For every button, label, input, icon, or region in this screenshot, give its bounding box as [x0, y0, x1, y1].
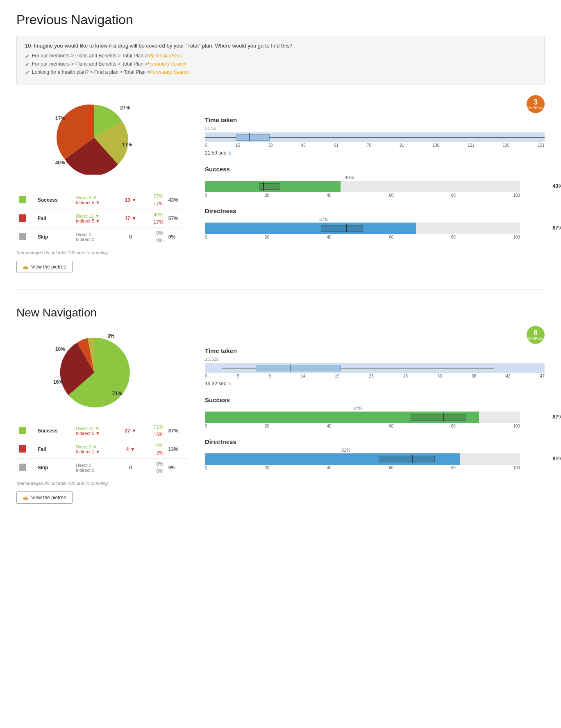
new-box	[256, 365, 341, 371]
section-divider	[16, 289, 545, 290]
new-success-median	[443, 413, 444, 421]
new-directness-bar-wrapper: 81% ℹ 020406080100	[205, 453, 545, 470]
new-time-value: 15.32s	[205, 357, 545, 362]
new-success-bar-fill	[205, 412, 479, 423]
prev-fail-overall: 57%	[166, 209, 189, 228]
prev-fail-label: Fail	[35, 209, 73, 228]
prev-directness-bar-wrapper: 67% ℹ 020406080100	[205, 223, 545, 239]
new-pietree-icon: 🥧	[23, 495, 29, 500]
new-stats-table: Success Direct 22 ▼ Indirect 5 ▼ 27 ▼ 71…	[16, 422, 189, 477]
prev-directness-bar-track	[205, 223, 520, 234]
new-directness-chart: Directness 81% 81% ℹ 020406080100	[205, 438, 545, 470]
new-skip-direct: Direct 0	[76, 463, 116, 468]
new-skip-row: Skip Direct 0 Indirect 0 0 0% 0% 0%	[16, 459, 189, 477]
prev-skip-color	[19, 233, 26, 240]
prev-section: 27% 17% 40% 17% Success Direct 8 ▼ Indir…	[16, 97, 545, 273]
prev-view-pietree-button[interactable]: 🥧 View the pietree	[16, 261, 73, 273]
new-success-row: Success Direct 22 ▼ Indirect 5 ▼ 27 ▼ 71…	[16, 422, 189, 440]
prev-success-overall: 43%	[166, 191, 189, 209]
prev-time-chart: Time taken 21.5s 01530456176911061211361…	[205, 116, 545, 156]
answer-highlight-3: Formulary Search	[150, 69, 189, 75]
prev-skip-pcts: 0% 0%	[143, 228, 166, 246]
prev-directness-chart: Directness 67% 67% ℹ 020406080100	[205, 207, 545, 239]
prev-success-bar-track	[205, 181, 520, 192]
new-directness-bar-track	[205, 453, 520, 465]
new-success-overall: 87%	[166, 422, 189, 440]
new-directness-title: Directness	[205, 438, 545, 445]
check-icon-3: ✔	[25, 70, 30, 76]
answer-item-3: ✔ Looking for a health plan? > Find a pl…	[25, 69, 536, 76]
page-title-new: New Navigation	[16, 306, 545, 319]
prev-pie-chart: 27% 17% 40% 17%	[53, 101, 152, 183]
answer-item-1: ✔ For our members > Plans and Benefits >…	[25, 53, 536, 59]
new-success-chart: Success 87% 87% ℹ 020406080100	[205, 396, 545, 428]
prev-success-row: Success Direct 8 ▼ Indirect 5 ▼ 13 ▼ 27%…	[16, 191, 189, 209]
pie-label-17b: 17%	[55, 116, 65, 121]
prev-left-panel: 27% 17% 40% 17% Success Direct 8 ▼ Indir…	[16, 97, 189, 273]
new-boxplot: 0591419232833384247	[205, 363, 545, 378]
answer-path-3: Looking for a health plan? > Find a plan…	[32, 69, 150, 75]
prev-fail-row: Fail Direct 12 ▼ Indirect 5 ▼ 17 ▼ 40% 1…	[16, 209, 189, 228]
new-fail-direct: Direct 3 ▼	[76, 444, 116, 449]
new-skip-pcts: 0% 0%	[143, 459, 166, 477]
new-time-chart: Time taken 15.32s 0591419232833384247 15…	[205, 347, 545, 387]
new-success-pct-label: 87%	[205, 406, 511, 411]
new-directness-pct-label: 81%	[205, 448, 487, 453]
new-pie-label-16: 16%	[53, 379, 63, 385]
prev-stats-table: Success Direct 8 ▼ Indirect 5 ▼ 13 ▼ 27%…	[16, 191, 189, 246]
new-rounding-note: *percentages do not total 100 due to rou…	[16, 481, 189, 486]
new-directness-axis: 020406080100	[205, 466, 520, 470]
prev-skip-row: Skip Direct 0 Indirect 0 0 0% 0% 0%	[16, 228, 189, 246]
new-fail-color	[19, 445, 26, 453]
prev-overall-badge: 3 OVERALL	[527, 95, 545, 113]
prev-directness-median	[346, 224, 347, 232]
prev-success-label: Success	[35, 191, 73, 209]
new-pie-label-3: 3%	[107, 333, 114, 339]
answer-item-2: ✔ For our members > Plans and Benefits >…	[25, 61, 536, 68]
new-fail-label: Fail	[35, 440, 73, 459]
prev-boxplot: 0153045617691106121136151	[205, 132, 545, 148]
prev-directness-axis: 020406080100	[205, 235, 520, 239]
new-fail-pcts: 10% 3%	[143, 440, 166, 459]
prev-skip-direct: Direct 0	[76, 232, 116, 237]
new-fail-row: Fail Direct 3 ▼ Indirect 1 ▼ 4 ▼ 10% 3% …	[16, 440, 189, 459]
new-directness-display: 81% ℹ	[552, 455, 561, 462]
new-whisker-left	[222, 368, 256, 369]
prev-directness-iqr	[321, 225, 363, 232]
prev-success-total: 13 ▼	[118, 191, 143, 209]
new-view-pietree-button[interactable]: 🥧 View the pietree	[16, 491, 73, 504]
new-overall-badge: 8 OVERALL	[527, 326, 545, 344]
new-success-total: 27 ▼	[118, 422, 143, 440]
prev-directness-title: Directness	[205, 207, 545, 214]
new-success-indirect: Indirect 5 ▼	[76, 431, 116, 436]
new-whisker-right	[341, 368, 494, 369]
prev-median	[249, 133, 250, 141]
prev-directness-display: 67% ℹ	[552, 225, 561, 231]
new-time-axis: 0591419232833384247	[205, 374, 545, 378]
prev-success-bar-fill	[205, 181, 341, 192]
new-success-pcts: 71% 16%	[143, 422, 166, 440]
prev-fail-direct: Direct 12 ▼	[76, 214, 116, 218]
new-success-color	[19, 427, 26, 434]
new-success-chart-title: Success	[205, 396, 545, 403]
prev-skip-total: 0	[118, 228, 143, 246]
new-fail-indirect: Indirect 1 ▼	[76, 449, 116, 454]
prev-success-indirect: Indirect 5 ▼	[76, 200, 116, 205]
prev-pie-svg	[53, 101, 135, 175]
prev-fail-total: 17 ▼	[118, 209, 143, 228]
new-right-panel: 8 OVERALL Time taken 15.32s 059141923283…	[205, 328, 545, 504]
prev-success-display: 43% ℹ	[552, 183, 561, 189]
new-success-display: 87% ℹ	[552, 414, 561, 420]
pie-label-40: 40%	[55, 160, 65, 166]
prev-time-axis: 0153045617691106121136151	[205, 143, 545, 148]
prev-whisker-left	[205, 137, 236, 138]
new-directness-bar-fill	[205, 453, 460, 465]
new-success-bar-track	[205, 412, 520, 423]
prev-success-pcts: 27% 17%	[143, 191, 166, 209]
new-success-axis: 020406080100	[205, 424, 520, 428]
prev-directness-pct-label: 67%	[205, 217, 443, 222]
pie-label-27: 27%	[120, 105, 130, 111]
prev-time-value: 21.5s	[205, 126, 545, 131]
pietree-icon: 🥧	[23, 264, 29, 270]
question-box: 10. Imagine you would like to know if a …	[16, 36, 545, 84]
